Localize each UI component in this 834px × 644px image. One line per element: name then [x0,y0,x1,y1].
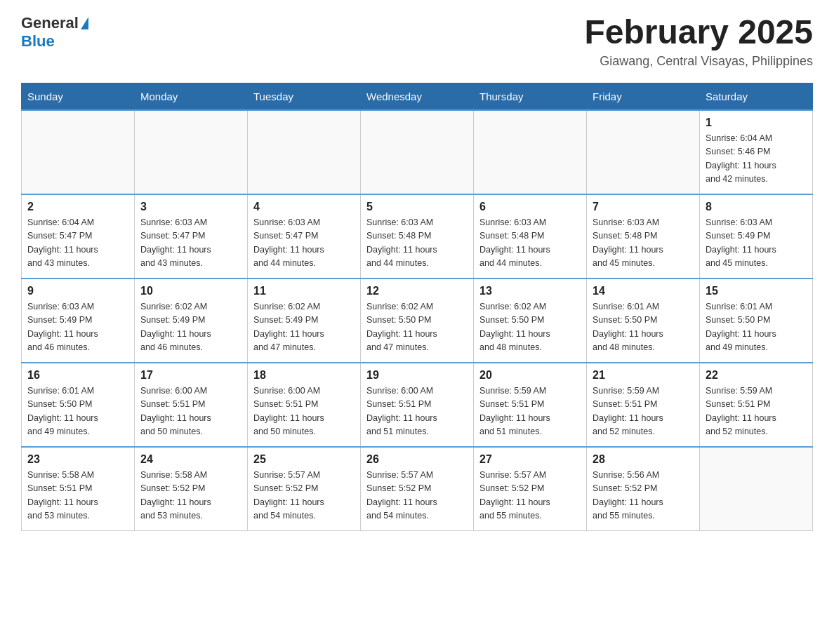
day-info: Sunrise: 5:59 AM Sunset: 5:51 PM Dayligh… [479,384,581,439]
calendar-cell-week2-day4: 6Sunrise: 6:03 AM Sunset: 5:48 PM Daylig… [474,194,587,279]
day-number: 24 [140,453,241,466]
calendar-cell-week5-day5: 28Sunrise: 5:56 AM Sunset: 5:52 PM Dayli… [587,447,700,531]
location-subtitle: Giawang, Central Visayas, Philippines [584,54,813,69]
day-info: Sunrise: 6:03 AM Sunset: 5:49 PM Dayligh… [706,216,807,271]
weekday-header-monday: Monday [135,83,248,110]
calendar-cell-week5-day4: 27Sunrise: 5:57 AM Sunset: 5:52 PM Dayli… [474,447,587,531]
day-info: Sunrise: 5:58 AM Sunset: 5:51 PM Dayligh… [27,469,128,523]
day-number: 9 [27,285,128,297]
title-section: February 2025 Giawang, Central Visayas, … [584,14,813,69]
calendar-cell-week5-day6 [700,447,813,531]
calendar-cell-week5-day2: 25Sunrise: 5:57 AM Sunset: 5:52 PM Dayli… [248,447,361,531]
calendar-cell-week1-day4 [474,110,587,194]
day-number: 10 [140,285,241,297]
day-info: Sunrise: 6:01 AM Sunset: 5:50 PM Dayligh… [593,300,694,355]
calendar-cell-week4-day3: 19Sunrise: 6:00 AM Sunset: 5:51 PM Dayli… [361,363,474,447]
day-info: Sunrise: 6:02 AM Sunset: 5:49 PM Dayligh… [140,300,241,355]
calendar-table: SundayMondayTuesdayWednesdayThursdayFrid… [21,83,813,532]
day-number: 22 [706,369,807,382]
weekday-header-saturday: Saturday [700,83,813,110]
calendar-cell-week3-day1: 10Sunrise: 6:02 AM Sunset: 5:49 PM Dayli… [135,279,248,363]
day-number: 20 [479,369,581,382]
day-info: Sunrise: 5:59 AM Sunset: 5:51 PM Dayligh… [593,384,694,439]
day-number: 15 [706,285,807,297]
day-info: Sunrise: 5:57 AM Sunset: 5:52 PM Dayligh… [366,469,468,523]
calendar-cell-week4-day4: 20Sunrise: 5:59 AM Sunset: 5:51 PM Dayli… [474,363,587,447]
day-number: 19 [366,369,468,382]
calendar-cell-week1-day6: 1Sunrise: 6:04 AM Sunset: 5:46 PM Daylig… [700,110,813,194]
day-number: 1 [706,116,807,129]
calendar-cell-week4-day0: 16Sunrise: 6:01 AM Sunset: 5:50 PM Dayli… [22,363,135,447]
weekday-header-tuesday: Tuesday [248,83,361,110]
calendar-cell-week2-day5: 7Sunrise: 6:03 AM Sunset: 5:48 PM Daylig… [587,194,700,279]
calendar-cell-week5-day3: 26Sunrise: 5:57 AM Sunset: 5:52 PM Dayli… [361,447,474,531]
day-info: Sunrise: 6:00 AM Sunset: 5:51 PM Dayligh… [366,384,468,439]
week-row-4: 16Sunrise: 6:01 AM Sunset: 5:50 PM Dayli… [22,363,813,447]
day-info: Sunrise: 6:02 AM Sunset: 5:50 PM Dayligh… [479,300,581,355]
day-number: 18 [253,369,355,382]
day-number: 4 [253,201,355,213]
day-number: 11 [253,285,355,297]
day-number: 7 [593,201,694,213]
calendar-cell-week1-day3 [361,110,474,194]
calendar-cell-week1-day5 [587,110,700,194]
calendar-cell-week3-day3: 12Sunrise: 6:02 AM Sunset: 5:50 PM Dayli… [361,279,474,363]
logo-blue-text: Blue [21,32,55,50]
calendar-cell-week3-day0: 9Sunrise: 6:03 AM Sunset: 5:49 PM Daylig… [22,279,135,363]
calendar-cell-week3-day5: 14Sunrise: 6:01 AM Sunset: 5:50 PM Dayli… [587,279,700,363]
weekday-header-friday: Friday [587,83,700,110]
day-number: 27 [479,453,581,466]
logo-triangle-icon [81,17,88,29]
day-number: 28 [593,453,694,466]
day-info: Sunrise: 6:01 AM Sunset: 5:50 PM Dayligh… [27,384,128,439]
day-number: 21 [593,369,694,382]
day-number: 6 [479,201,581,213]
day-info: Sunrise: 5:56 AM Sunset: 5:52 PM Dayligh… [593,469,694,523]
day-info: Sunrise: 6:02 AM Sunset: 5:49 PM Dayligh… [253,300,355,355]
day-info: Sunrise: 5:57 AM Sunset: 5:52 PM Dayligh… [253,469,355,523]
day-number: 23 [27,453,128,466]
calendar-cell-week2-day3: 5Sunrise: 6:03 AM Sunset: 5:48 PM Daylig… [361,194,474,279]
calendar-cell-week4-day1: 17Sunrise: 6:00 AM Sunset: 5:51 PM Dayli… [135,363,248,447]
calendar-cell-week3-day4: 13Sunrise: 6:02 AM Sunset: 5:50 PM Dayli… [474,279,587,363]
calendar-cell-week5-day1: 24Sunrise: 5:58 AM Sunset: 5:52 PM Dayli… [135,447,248,531]
day-info: Sunrise: 6:03 AM Sunset: 5:48 PM Dayligh… [593,216,694,271]
weekday-header-row: SundayMondayTuesdayWednesdayThursdayFrid… [22,83,813,110]
calendar-cell-week2-day6: 8Sunrise: 6:03 AM Sunset: 5:49 PM Daylig… [700,194,813,279]
day-info: Sunrise: 6:02 AM Sunset: 5:50 PM Dayligh… [366,300,468,355]
calendar-cell-week3-day6: 15Sunrise: 6:01 AM Sunset: 5:50 PM Dayli… [700,279,813,363]
calendar-cell-week5-day0: 23Sunrise: 5:58 AM Sunset: 5:51 PM Dayli… [22,447,135,531]
calendar-cell-week4-day6: 22Sunrise: 5:59 AM Sunset: 5:51 PM Dayli… [700,363,813,447]
logo-general-text: General [21,14,79,32]
calendar-cell-week2-day0: 2Sunrise: 6:04 AM Sunset: 5:47 PM Daylig… [22,194,135,279]
day-number: 8 [706,201,807,213]
day-number: 12 [366,285,468,297]
day-info: Sunrise: 6:03 AM Sunset: 5:47 PM Dayligh… [140,216,241,271]
day-info: Sunrise: 6:03 AM Sunset: 5:49 PM Dayligh… [27,300,128,355]
day-number: 16 [27,369,128,382]
calendar-cell-week1-day0 [22,110,135,194]
day-info: Sunrise: 6:03 AM Sunset: 5:48 PM Dayligh… [366,216,468,271]
calendar-cell-week2-day1: 3Sunrise: 6:03 AM Sunset: 5:47 PM Daylig… [135,194,248,279]
day-number: 17 [140,369,241,382]
page-header: General Blue February 2025 Giawang, Cent… [21,14,813,69]
day-info: Sunrise: 5:59 AM Sunset: 5:51 PM Dayligh… [706,384,807,439]
day-info: Sunrise: 6:01 AM Sunset: 5:50 PM Dayligh… [706,300,807,355]
day-number: 13 [479,285,581,297]
day-info: Sunrise: 6:04 AM Sunset: 5:46 PM Dayligh… [706,132,807,187]
day-info: Sunrise: 6:00 AM Sunset: 5:51 PM Dayligh… [253,384,355,439]
day-number: 14 [593,285,694,297]
week-row-5: 23Sunrise: 5:58 AM Sunset: 5:51 PM Dayli… [22,447,813,531]
day-info: Sunrise: 5:57 AM Sunset: 5:52 PM Dayligh… [479,469,581,523]
week-row-1: 1Sunrise: 6:04 AM Sunset: 5:46 PM Daylig… [22,110,813,194]
weekday-header-thursday: Thursday [474,83,587,110]
weekday-header-sunday: Sunday [22,83,135,110]
week-row-2: 2Sunrise: 6:04 AM Sunset: 5:47 PM Daylig… [22,194,813,279]
day-info: Sunrise: 6:03 AM Sunset: 5:48 PM Dayligh… [479,216,581,271]
calendar-cell-week3-day2: 11Sunrise: 6:02 AM Sunset: 5:49 PM Dayli… [248,279,361,363]
logo: General Blue [21,14,88,51]
month-year-title: February 2025 [584,14,813,51]
day-number: 26 [366,453,468,466]
calendar-cell-week1-day2 [248,110,361,194]
day-info: Sunrise: 6:04 AM Sunset: 5:47 PM Dayligh… [27,216,128,271]
